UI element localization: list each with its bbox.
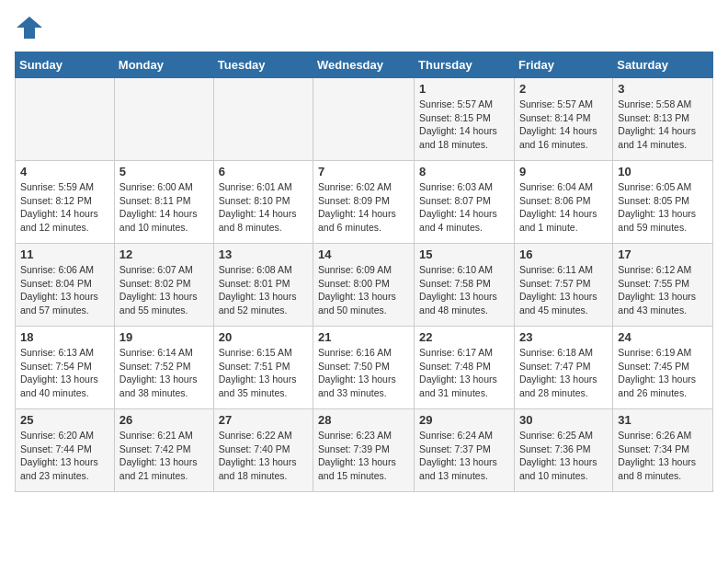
day-cell: 9Sunrise: 6:04 AM Sunset: 8:06 PM Daylig… bbox=[514, 161, 612, 244]
week-row-3: 11Sunrise: 6:06 AM Sunset: 8:04 PM Dayli… bbox=[16, 244, 713, 327]
day-cell: 26Sunrise: 6:21 AM Sunset: 7:42 PM Dayli… bbox=[114, 409, 213, 492]
day-cell: 14Sunrise: 6:09 AM Sunset: 8:00 PM Dayli… bbox=[313, 244, 415, 327]
day-content: Sunrise: 6:11 AM Sunset: 7:57 PM Dayligh… bbox=[519, 263, 608, 317]
day-content: Sunrise: 6:06 AM Sunset: 8:04 PM Dayligh… bbox=[20, 263, 109, 317]
day-content: Sunrise: 5:58 AM Sunset: 8:13 PM Dayligh… bbox=[618, 98, 708, 152]
svg-marker-0 bbox=[17, 17, 42, 39]
day-header-tuesday: Tuesday bbox=[213, 52, 313, 78]
day-content: Sunrise: 6:00 AM Sunset: 8:11 PM Dayligh… bbox=[119, 180, 209, 235]
day-content: Sunrise: 6:21 AM Sunset: 7:42 PM Dayligh… bbox=[119, 429, 209, 483]
day-number: 12 bbox=[119, 247, 209, 261]
day-content: Sunrise: 6:01 AM Sunset: 8:10 PM Dayligh… bbox=[219, 180, 308, 235]
week-row-2: 4Sunrise: 5:59 AM Sunset: 8:12 PM Daylig… bbox=[16, 161, 713, 244]
day-number: 4 bbox=[20, 165, 109, 178]
day-content: Sunrise: 6:15 AM Sunset: 7:51 PM Dayligh… bbox=[219, 346, 308, 400]
day-header-saturday: Saturday bbox=[613, 52, 713, 78]
day-cell: 13Sunrise: 6:08 AM Sunset: 8:01 PM Dayli… bbox=[213, 244, 313, 327]
day-number: 2 bbox=[519, 82, 608, 96]
day-content: Sunrise: 6:16 AM Sunset: 7:50 PM Dayligh… bbox=[318, 346, 409, 400]
day-number: 31 bbox=[618, 413, 708, 427]
day-content: Sunrise: 6:02 AM Sunset: 8:09 PM Dayligh… bbox=[318, 180, 409, 235]
day-number: 16 bbox=[519, 247, 608, 261]
day-content: Sunrise: 6:03 AM Sunset: 8:07 PM Dayligh… bbox=[419, 180, 509, 235]
day-cell: 8Sunrise: 6:03 AM Sunset: 8:07 PM Daylig… bbox=[415, 161, 515, 244]
day-cell: 29Sunrise: 6:24 AM Sunset: 7:37 PM Dayli… bbox=[415, 409, 515, 492]
day-content: Sunrise: 6:13 AM Sunset: 7:54 PM Dayligh… bbox=[20, 346, 109, 400]
day-number: 20 bbox=[219, 330, 308, 344]
day-cell bbox=[16, 78, 115, 161]
day-content: Sunrise: 6:20 AM Sunset: 7:44 PM Dayligh… bbox=[20, 429, 109, 483]
day-header-monday: Monday bbox=[114, 52, 213, 78]
day-content: Sunrise: 6:18 AM Sunset: 7:47 PM Dayligh… bbox=[519, 346, 608, 400]
day-header-sunday: Sunday bbox=[16, 52, 115, 78]
day-cell: 16Sunrise: 6:11 AM Sunset: 7:57 PM Dayli… bbox=[514, 244, 612, 327]
day-cell: 31Sunrise: 6:26 AM Sunset: 7:34 PM Dayli… bbox=[613, 409, 713, 492]
day-cell: 11Sunrise: 6:06 AM Sunset: 8:04 PM Dayli… bbox=[16, 244, 115, 327]
day-number: 24 bbox=[618, 330, 708, 344]
day-number: 1 bbox=[419, 82, 509, 96]
day-cell: 18Sunrise: 6:13 AM Sunset: 7:54 PM Dayli… bbox=[16, 327, 115, 409]
day-cell: 21Sunrise: 6:16 AM Sunset: 7:50 PM Dayli… bbox=[313, 327, 415, 409]
day-number: 9 bbox=[519, 165, 608, 178]
day-cell: 7Sunrise: 6:02 AM Sunset: 8:09 PM Daylig… bbox=[313, 161, 415, 244]
day-cell: 25Sunrise: 6:20 AM Sunset: 7:44 PM Dayli… bbox=[16, 409, 115, 492]
day-header-friday: Friday bbox=[514, 52, 612, 78]
day-number: 7 bbox=[318, 165, 409, 178]
day-content: Sunrise: 6:17 AM Sunset: 7:48 PM Dayligh… bbox=[419, 346, 509, 400]
day-cell: 15Sunrise: 6:10 AM Sunset: 7:58 PM Dayli… bbox=[415, 244, 515, 327]
day-cell: 5Sunrise: 6:00 AM Sunset: 8:11 PM Daylig… bbox=[114, 161, 213, 244]
day-number: 10 bbox=[618, 165, 708, 178]
day-cell: 24Sunrise: 6:19 AM Sunset: 7:45 PM Dayli… bbox=[613, 327, 713, 409]
day-cell: 4Sunrise: 5:59 AM Sunset: 8:12 PM Daylig… bbox=[16, 161, 115, 244]
day-content: Sunrise: 6:23 AM Sunset: 7:39 PM Dayligh… bbox=[318, 429, 409, 483]
day-number: 25 bbox=[20, 413, 109, 427]
day-cell bbox=[114, 78, 213, 161]
day-content: Sunrise: 6:26 AM Sunset: 7:34 PM Dayligh… bbox=[618, 429, 708, 483]
day-cell: 30Sunrise: 6:25 AM Sunset: 7:36 PM Dayli… bbox=[514, 409, 612, 492]
day-number: 14 bbox=[318, 247, 409, 261]
day-header-wednesday: Wednesday bbox=[313, 52, 415, 78]
day-number: 15 bbox=[419, 247, 509, 261]
day-cell: 23Sunrise: 6:18 AM Sunset: 7:47 PM Dayli… bbox=[514, 327, 612, 409]
day-content: Sunrise: 6:25 AM Sunset: 7:36 PM Dayligh… bbox=[519, 429, 608, 483]
day-number: 28 bbox=[318, 413, 409, 427]
day-cell: 10Sunrise: 6:05 AM Sunset: 8:05 PM Dayli… bbox=[613, 161, 713, 244]
days-header-row: SundayMondayTuesdayWednesdayThursdayFrid… bbox=[16, 52, 713, 78]
day-number: 18 bbox=[20, 330, 109, 344]
day-number: 26 bbox=[119, 413, 209, 427]
day-content: Sunrise: 6:09 AM Sunset: 8:00 PM Dayligh… bbox=[318, 263, 409, 317]
logo bbox=[15, 15, 46, 40]
day-number: 27 bbox=[219, 413, 308, 427]
day-cell: 12Sunrise: 6:07 AM Sunset: 8:02 PM Dayli… bbox=[114, 244, 213, 327]
week-row-5: 25Sunrise: 6:20 AM Sunset: 7:44 PM Dayli… bbox=[16, 409, 713, 492]
day-content: Sunrise: 5:57 AM Sunset: 8:15 PM Dayligh… bbox=[419, 98, 509, 152]
day-content: Sunrise: 5:57 AM Sunset: 8:14 PM Dayligh… bbox=[519, 98, 608, 152]
day-number: 22 bbox=[419, 330, 509, 344]
day-cell: 22Sunrise: 6:17 AM Sunset: 7:48 PM Dayli… bbox=[415, 327, 515, 409]
day-number: 29 bbox=[419, 413, 509, 427]
day-number: 3 bbox=[618, 82, 708, 96]
day-cell: 19Sunrise: 6:14 AM Sunset: 7:52 PM Dayli… bbox=[114, 327, 213, 409]
day-content: Sunrise: 6:07 AM Sunset: 8:02 PM Dayligh… bbox=[119, 263, 209, 317]
day-number: 21 bbox=[318, 330, 409, 344]
day-number: 5 bbox=[119, 165, 209, 178]
day-number: 8 bbox=[419, 165, 509, 178]
day-content: Sunrise: 6:22 AM Sunset: 7:40 PM Dayligh… bbox=[219, 429, 308, 483]
logo-icon bbox=[15, 15, 44, 40]
day-content: Sunrise: 6:05 AM Sunset: 8:05 PM Dayligh… bbox=[618, 180, 708, 235]
day-content: Sunrise: 6:14 AM Sunset: 7:52 PM Dayligh… bbox=[119, 346, 209, 400]
day-content: Sunrise: 6:08 AM Sunset: 8:01 PM Dayligh… bbox=[219, 263, 308, 317]
calendar-table: SundayMondayTuesdayWednesdayThursdayFrid… bbox=[15, 52, 713, 492]
week-row-4: 18Sunrise: 6:13 AM Sunset: 7:54 PM Dayli… bbox=[16, 327, 713, 409]
day-cell: 20Sunrise: 6:15 AM Sunset: 7:51 PM Dayli… bbox=[213, 327, 313, 409]
day-content: Sunrise: 6:24 AM Sunset: 7:37 PM Dayligh… bbox=[419, 429, 509, 483]
day-number: 17 bbox=[618, 247, 708, 261]
day-number: 23 bbox=[519, 330, 608, 344]
day-content: Sunrise: 6:04 AM Sunset: 8:06 PM Dayligh… bbox=[519, 180, 608, 235]
day-number: 30 bbox=[519, 413, 608, 427]
day-content: Sunrise: 6:19 AM Sunset: 7:45 PM Dayligh… bbox=[618, 346, 708, 400]
day-cell bbox=[313, 78, 415, 161]
day-content: Sunrise: 5:59 AM Sunset: 8:12 PM Dayligh… bbox=[20, 180, 109, 235]
day-cell: 3Sunrise: 5:58 AM Sunset: 8:13 PM Daylig… bbox=[613, 78, 713, 161]
day-cell: 17Sunrise: 6:12 AM Sunset: 7:55 PM Dayli… bbox=[613, 244, 713, 327]
